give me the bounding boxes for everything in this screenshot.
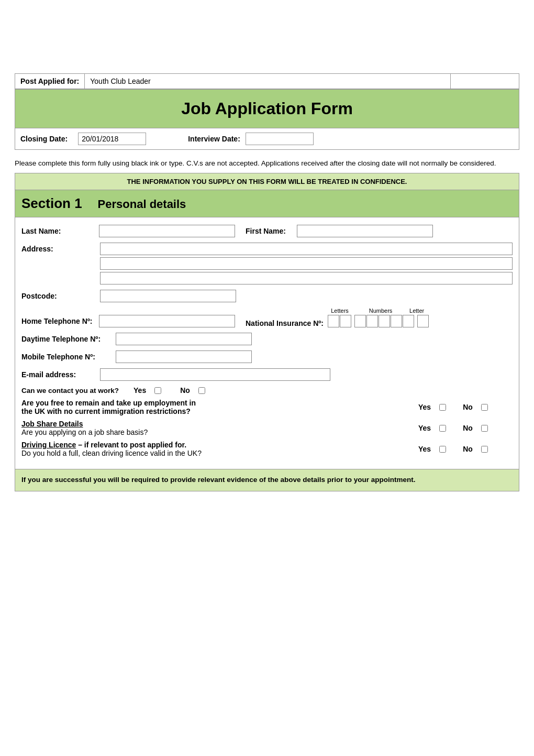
confidence-bar: THE INFORMATION YOU SUPPLY ON THIS FORM … <box>15 173 519 190</box>
daytime-tel-row: Daytime Telephone Nº: <box>21 333 513 345</box>
home-tel-label: Home Telephone Nº: <box>21 317 95 325</box>
ni-group-wrapper: National Insurance Nº: Letters Numbers L… <box>246 308 429 327</box>
email-label: E-mail address: <box>21 370 95 379</box>
ni-box-8[interactable] <box>417 315 429 327</box>
email-input[interactable] <box>100 368 330 381</box>
job-share-title: Job Share Details <box>21 420 83 428</box>
immigration-yes-label: Yes <box>418 403 431 411</box>
interview-group: Interview Date: <box>188 133 314 145</box>
ni-boxes-row <box>328 315 429 327</box>
job-share-yes-label: Yes <box>418 424 431 432</box>
immigration-row: Are you free to remain and take up emplo… <box>21 399 513 415</box>
section1-header: Section 1 Personal details <box>15 190 519 217</box>
driving-sub: Do you hold a full, clean driving licenc… <box>21 449 202 457</box>
contact-no-checkbox[interactable] <box>198 387 205 394</box>
form-body: Last Name: First Name: Address: Postcode… <box>15 217 519 469</box>
postcode-label: Postcode: <box>21 292 95 300</box>
post-applied-label: Post Applied for: <box>15 74 85 89</box>
ni-letter2-label: Letter <box>409 308 423 314</box>
section1-number: Section 1 <box>21 195 82 212</box>
job-share-no-label: No <box>463 424 473 432</box>
driving-yes-label: Yes <box>418 445 431 453</box>
home-tel-input[interactable] <box>99 315 235 327</box>
last-name-input[interactable] <box>99 225 235 237</box>
post-applied-value: Youth Club Leader <box>85 74 451 89</box>
immigration-options: Yes No <box>418 403 513 411</box>
ni-box-5[interactable] <box>379 315 390 327</box>
immigration-label: Are you free to remain and take up emplo… <box>21 399 414 415</box>
address-line2[interactable] <box>100 257 513 270</box>
contact-work-label: Can we contact you at work? <box>21 387 119 395</box>
form-title: Job Application Form <box>20 99 514 118</box>
job-share-options: Yes No <box>418 424 513 432</box>
section1-title: Personal details <box>98 198 186 211</box>
address-line1[interactable] <box>100 243 513 255</box>
interview-date-input[interactable] <box>246 133 314 145</box>
name-row: Last Name: First Name: <box>21 225 513 237</box>
ni-box-1[interactable] <box>328 315 339 327</box>
address-line3[interactable] <box>100 272 513 284</box>
ni-numbers-label: Numbers <box>352 308 409 314</box>
immigration-line1: Are you free to remain and take up emplo… <box>21 399 196 407</box>
immigration-no-checkbox[interactable] <box>481 404 488 411</box>
driving-options: Yes No <box>418 445 513 453</box>
first-name-label: First Name: <box>246 227 293 235</box>
first-name-group: First Name: <box>246 225 433 237</box>
dates-row: Closing Date: Interview Date: <box>15 128 519 150</box>
note-bar: If you are successful you will be requir… <box>15 469 519 491</box>
contact-yes-checkbox[interactable] <box>154 387 161 394</box>
ni-spacer1 <box>352 315 354 327</box>
daytime-tel-label: Daytime Telephone Nº: <box>21 335 110 343</box>
daytime-tel-input[interactable] <box>116 333 252 345</box>
driving-yes-checkbox[interactable] <box>439 446 446 453</box>
first-name-input[interactable] <box>297 225 433 237</box>
post-applied-row: Post Applied for: Youth Club Leader <box>15 73 519 89</box>
job-share-row: Job Share Details Are you applying on a … <box>21 420 513 436</box>
contact-work-options: Yes No <box>134 386 228 395</box>
ni-box-2[interactable] <box>340 315 351 327</box>
contact-work-row: Can we contact you at work? Yes No <box>21 386 513 395</box>
driving-title-suffix: – if relevant to post applied for. <box>76 441 186 449</box>
mobile-tel-input[interactable] <box>116 350 252 363</box>
ni-box-6[interactable] <box>391 315 402 327</box>
tel-ni-row: Home Telephone Nº: National Insurance Nº… <box>21 308 513 327</box>
postcode-input[interactable] <box>100 290 236 302</box>
interview-date-label: Interview Date: <box>188 135 240 143</box>
ni-spacer2 <box>415 315 417 327</box>
ni-box-3[interactable] <box>354 315 366 327</box>
post-applied-extra-field <box>451 74 519 89</box>
immigration-no-label: No <box>463 403 473 411</box>
driving-row: Driving Licence – if relevant to post ap… <box>21 441 513 457</box>
ni-column-labels: Letters Numbers Letter <box>328 308 423 314</box>
job-share-label-group: Job Share Details Are you applying on a … <box>21 420 414 436</box>
address-label: Address: <box>21 243 95 253</box>
closing-date-input[interactable] <box>78 133 146 145</box>
instructions-text: Please complete this form fully using bl… <box>15 158 519 169</box>
contact-no-label: No <box>180 386 190 395</box>
job-share-no-checkbox[interactable] <box>481 425 488 432</box>
job-share-sub: Are you applying on a job share basis? <box>21 428 148 436</box>
home-tel-group: Home Telephone Nº: <box>21 315 235 327</box>
ni-label: National Insurance Nº: <box>246 319 324 327</box>
address-block: Address: <box>21 243 513 284</box>
last-name-label: Last Name: <box>21 227 95 235</box>
ni-boxes-container: Letters Numbers Letter <box>328 308 429 327</box>
immigration-line2: the UK with no current immigration restr… <box>21 407 191 415</box>
email-row: E-mail address: <box>21 368 513 381</box>
driving-no-label: No <box>463 445 473 453</box>
mobile-tel-row: Mobile Telephone Nº: <box>21 350 513 363</box>
contact-yes-label: Yes <box>134 386 146 395</box>
mobile-tel-label: Mobile Telephone Nº: <box>21 353 110 361</box>
job-share-yes-checkbox[interactable] <box>439 425 446 432</box>
driving-no-checkbox[interactable] <box>481 446 488 453</box>
closing-date-label: Closing Date: <box>20 135 68 143</box>
address-inputs <box>100 243 513 284</box>
last-name-group: Last Name: <box>21 225 235 237</box>
ni-box-4[interactable] <box>366 315 378 327</box>
ni-letters-label: Letters <box>328 308 352 314</box>
driving-title: Driving Licence <box>21 441 76 449</box>
driving-label-group: Driving Licence – if relevant to post ap… <box>21 441 414 457</box>
immigration-yes-checkbox[interactable] <box>439 404 446 411</box>
form-title-bar: Job Application Form <box>15 89 519 128</box>
ni-box-7[interactable] <box>403 315 414 327</box>
